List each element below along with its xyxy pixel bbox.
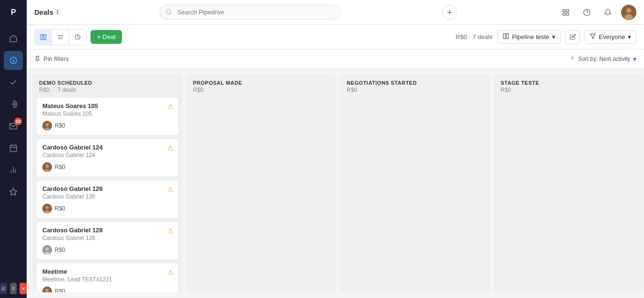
filter-icon (590, 33, 596, 41)
total-deals: 7 deals (473, 33, 493, 40)
sidebar-item-home[interactable] (4, 29, 23, 48)
column-header-proposal: PROPOSAL MADE R$0 (186, 74, 336, 97)
column-title-demo: DEMO SCHEDULED (39, 80, 176, 86)
column-sub-demo: R$0 · 7 deals (39, 87, 176, 93)
svg-point-25 (624, 14, 633, 20)
deal-name: Meetime (42, 268, 172, 275)
add-deal-button[interactable]: + Deal (91, 30, 122, 44)
sort-control[interactable]: Sort by: Next activity ▾ (570, 55, 636, 63)
column-header-stage: STAGE TESTE R$0 (494, 74, 644, 97)
deal-contact: Cardoso Gabriel 124 (42, 152, 172, 159)
deal-card[interactable]: Cardoso Gabriel 128 Cardoso Gabriel 128 … (36, 221, 179, 260)
page-title-container: Deals ℹ (34, 8, 59, 16)
help-icon-btn[interactable] (579, 5, 594, 20)
column-value-stage: R$0 (501, 87, 511, 93)
svg-marker-34 (590, 34, 595, 39)
info-icon[interactable]: ℹ (56, 9, 59, 16)
column-sub-negotiations: R$0 (347, 87, 483, 93)
deal-card[interactable]: Meetime Meetime, Lead TEST#1221 R$0 ⚠ (36, 263, 179, 292)
deal-card[interactable]: Cardoso Gabriel 124 Cardoso Gabriel 124 … (36, 139, 179, 177)
everyone-label: Everyone (599, 33, 625, 40)
sidebar-item-calendar[interactable] (4, 139, 23, 158)
svg-rect-33 (506, 34, 508, 39)
sidebar-item-activities[interactable] (4, 73, 23, 92)
svg-rect-27 (44, 34, 46, 40)
svg-line-14 (170, 13, 171, 14)
column-title-proposal: PROPOSAL MADE (193, 80, 330, 86)
page-title: Deals (34, 8, 53, 16)
pipeline-select[interactable]: Pipeline teste ▾ (497, 30, 561, 44)
deal-value: R$0 (55, 205, 65, 212)
total-info: R$0 · 7 deals (456, 33, 493, 40)
sidebar-item-reports[interactable] (4, 160, 23, 179)
deal-footer: R$0 (42, 287, 172, 292)
inbox-badge: 23 (14, 118, 22, 125)
deal-avatar (42, 287, 52, 292)
column-count-demo: 7 deals (58, 87, 76, 93)
chart-view-btn[interactable] (69, 30, 86, 45)
column-header-negotiations: NEGOTIATIONS STARTED R$0 (340, 74, 490, 97)
add-button[interactable] (442, 5, 457, 20)
pin-filters-label: Pin filters (43, 55, 69, 62)
kanban-view-btn[interactable] (35, 30, 52, 45)
edit-pipeline-btn[interactable] (565, 30, 580, 44)
toolbar: + Deal R$0 · 7 deals Pipeline teste ▾ (27, 25, 644, 50)
sidebar-item-inbox[interactable]: 23 (4, 117, 23, 136)
deal-value: R$0 (55, 122, 65, 129)
warning-icon: ⚠ (167, 185, 173, 194)
column-cards-demo: Mateus Soares 105 Mateus Soares 105 R$0 … (32, 97, 182, 292)
everyone-chevron: ▾ (628, 33, 631, 40)
user-avatar[interactable] (621, 5, 636, 20)
sort-chevron: ▾ (633, 55, 636, 63)
close-btn[interactable]: ✕ (20, 283, 27, 294)
deal-card[interactable]: Cardoso Gabriel 126 Cardoso Gabriel 126 … (36, 180, 179, 219)
deal-contact: Cardoso Gabriel 128 (42, 235, 172, 241)
grid-icon-btn[interactable] (558, 5, 574, 20)
pipeline-chevron: ▾ (552, 33, 555, 40)
deal-footer: R$0 (42, 121, 172, 130)
topbar: Deals ℹ (27, 0, 644, 25)
deal-card[interactable]: Mateus Soares 105 Mateus Soares 105 R$0 … (36, 97, 179, 136)
main-content: Deals ℹ (27, 0, 644, 298)
svg-point-24 (626, 8, 631, 13)
svg-point-40 (46, 165, 49, 168)
sidebar-item-campaigns[interactable] (4, 95, 23, 114)
sort-up-icon (570, 55, 575, 62)
svg-rect-5 (10, 145, 17, 152)
grid-btn[interactable]: ⊞ (0, 283, 7, 294)
pin-filters-btn[interactable]: Pin filters (34, 55, 69, 62)
warning-icon: ⚠ (167, 227, 173, 235)
total-value: R$0 (456, 33, 467, 40)
deal-name: Cardoso Gabriel 128 (42, 227, 172, 234)
svg-text:P: P (11, 8, 16, 16)
sidebar-item-products[interactable] (4, 182, 23, 201)
svg-rect-17 (563, 10, 565, 12)
add-deal-icon: + (97, 33, 101, 40)
deal-value: R$0 (55, 288, 65, 292)
pause-btn[interactable]: ⏸ (10, 283, 17, 294)
search-input[interactable] (160, 5, 341, 20)
sidebar-item-deals[interactable]: $ (4, 51, 23, 70)
deal-avatar (42, 121, 52, 130)
list-view-btn[interactable] (52, 30, 69, 45)
notification-icon-btn[interactable] (600, 5, 615, 20)
deal-avatar (42, 162, 52, 172)
svg-rect-20 (566, 13, 569, 15)
svg-point-46 (46, 248, 49, 251)
column-value-proposal: R$0 (193, 87, 203, 93)
svg-point-4 (13, 104, 14, 105)
sidebar: P $ 23 (0, 0, 27, 298)
column-negotiations: NEGOTIATIONS STARTED R$0 (340, 74, 490, 292)
column-stage-teste: STAGE TESTE R$0 (494, 74, 644, 292)
column-value-negotiations: R$0 (347, 87, 357, 93)
everyone-select[interactable]: Everyone ▾ (584, 30, 636, 44)
filter-row: Pin filters Sort by: Next activity ▾ (27, 50, 644, 69)
deal-name: Mateus Soares 105 (42, 102, 172, 109)
column-header-demo: DEMO SCHEDULED R$0 · 7 deals (32, 74, 182, 97)
svg-rect-18 (566, 10, 569, 12)
sidebar-logo[interactable]: P (6, 5, 21, 20)
view-toggle (34, 29, 87, 45)
svg-rect-26 (40, 34, 42, 40)
search-container (160, 5, 341, 20)
svg-rect-32 (503, 34, 505, 39)
